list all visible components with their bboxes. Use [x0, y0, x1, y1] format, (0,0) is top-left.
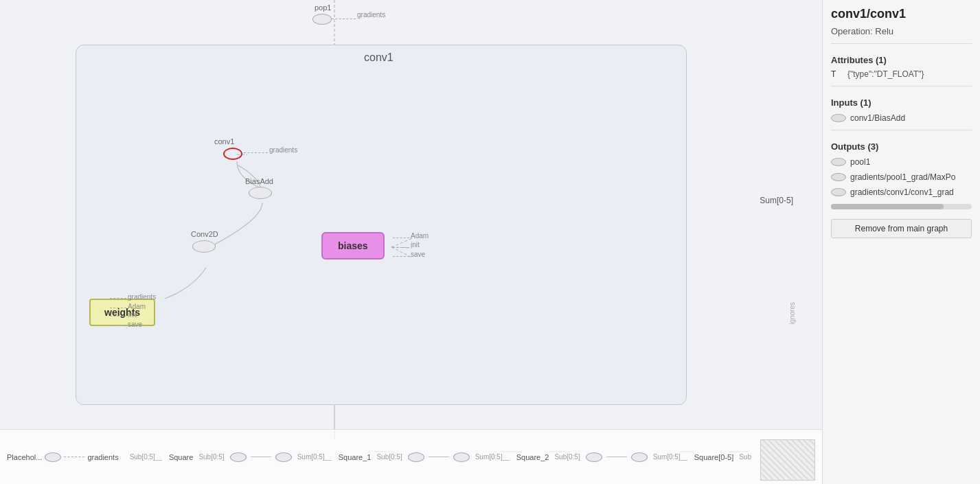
output-label-0: pool1	[850, 157, 870, 167]
panel-title: conv1/conv1	[831, 7, 972, 22]
top-node-area: pop1 gradients	[0, 0, 822, 45]
bottom-group-square1: Square_1 Sub[0:5] Sum[0:5]	[339, 452, 503, 462]
pop1-dashed-line	[332, 19, 356, 19]
output-oval-0	[831, 158, 846, 166]
sum05-label: Sum[0-5]	[760, 196, 793, 205]
square2-label: Square_2	[516, 453, 549, 461]
output-item-1: gradients/pool1_grad/MaxPo	[831, 172, 972, 182]
attr-key-0: T	[831, 69, 845, 79]
biasadd-node[interactable]	[249, 187, 272, 199]
conv1-dashed-line	[244, 152, 268, 153]
square1-label: Square_1	[339, 453, 372, 461]
w-adam-line	[110, 308, 126, 308]
bottom-group-square2: Square_2 Sub[0:5] Sum[0:5]	[516, 452, 681, 462]
biasadd-label: BiasAdd	[245, 177, 273, 185]
conv2d-node[interactable]	[192, 240, 216, 253]
placeholder-dashed	[64, 457, 84, 457]
square-oval2[interactable]	[275, 452, 292, 462]
square1-oval2[interactable]	[453, 452, 470, 462]
biases-save-label: save	[411, 251, 425, 258]
graph-area[interactable]: conv1	[0, 0, 822, 484]
square2-sum-label: Sum[0:5]	[653, 453, 681, 461]
placeholder-oval[interactable]	[45, 452, 61, 462]
inputs-section-title: Inputs (1)	[831, 97, 972, 108]
biases-init-line	[393, 247, 409, 248]
pop1-node[interactable]	[312, 14, 332, 25]
placeholder-gradients-label: gradients	[87, 453, 118, 461]
attributes-section-title: Attributes (1)	[831, 55, 972, 65]
output-label-1: gradients/pool1_grad/MaxPo	[850, 172, 955, 182]
bottom-group-placeholder: Placehol... gradients Sub[0:5]	[7, 452, 155, 462]
conv2d-label: Conv2D	[191, 230, 218, 238]
biases-adam-line	[393, 238, 409, 238]
biases-node[interactable]: biases	[321, 232, 385, 260]
square-label: Square	[169, 453, 193, 461]
input-oval-0	[831, 114, 846, 122]
biases-save-line	[393, 256, 409, 257]
w-init-line	[110, 316, 126, 316]
input-label-0: conv1/BiasAdd	[850, 113, 905, 123]
scrollbar-thumb	[831, 204, 944, 209]
w-grad-line	[110, 298, 126, 299]
square05-label: Square[0-5]	[694, 453, 733, 461]
weights-adam-label: Adam	[128, 303, 146, 310]
conv1-node-label: conv1	[214, 137, 234, 146]
weights-init-label: init	[128, 311, 137, 319]
svg-line-2	[391, 238, 412, 247]
placeholder-sub-label: Sub[0:5]	[130, 453, 155, 461]
gradients-top-label: gradients	[357, 11, 385, 19]
square2-sub-label: Sub[0:5]	[554, 453, 580, 461]
bottom-group-square05: Square[0-5] Sub	[694, 453, 751, 461]
square2-oval[interactable]	[586, 452, 602, 462]
remove-from-main-graph-button[interactable]: Remove from main graph	[831, 219, 972, 238]
bottom-group-square: Square Sub[0:5] Sum[0:5]	[169, 452, 325, 462]
outputs-section-title: Outputs (3)	[831, 141, 972, 152]
bottom-bar: Placehol... gradients Sub[0:5] Square Su…	[0, 429, 822, 484]
square-sub-label: Sub[0:5]	[198, 453, 224, 461]
square1-sum-label: Sum[0:5]	[475, 453, 503, 461]
panel-subtitle: Operation: Relu	[831, 26, 972, 36]
input-item-0: conv1/BiasAdd	[831, 113, 972, 123]
pop1-label: pop1	[315, 3, 331, 12]
conv1-node-ellipse[interactable]	[223, 148, 242, 160]
output-item-2: gradients/conv1/conv1_grad	[831, 187, 972, 197]
attr-value-0: {"type":"DT_FLOAT"}	[847, 69, 924, 79]
square1-oval[interactable]	[408, 452, 424, 462]
attribute-row-0: T {"type":"DT_FLOAT"}	[831, 69, 972, 79]
weights-save-label: save	[128, 321, 142, 328]
ignores-label: ignores	[788, 302, 796, 325]
square1-sub-label: Sub[0:5]	[376, 453, 402, 461]
output-oval-2	[831, 188, 846, 196]
placeholder-label: Placehol...	[7, 453, 42, 461]
square-oval[interactable]	[230, 452, 247, 462]
square-sum-label: Sum[0:5]	[297, 453, 325, 461]
w-save-line	[110, 325, 126, 326]
biases-init-label: init	[411, 241, 420, 249]
output-label-2: gradients/conv1/conv1_grad	[850, 187, 954, 197]
square05-sub-label: Sub	[739, 453, 751, 461]
thumbnail-preview	[760, 439, 815, 481]
biases-adam-label: Adam	[411, 232, 429, 240]
weights-gradients-label: gradients	[128, 293, 156, 301]
output-item-0: pool1	[831, 157, 972, 167]
outputs-scrollbar[interactable]	[831, 204, 972, 209]
right-panel: conv1/conv1 Operation: Relu Attributes (…	[822, 0, 980, 484]
output-oval-1	[831, 173, 846, 181]
square2-oval2[interactable]	[631, 452, 648, 462]
gradients-conv1-label: gradients	[269, 146, 297, 154]
